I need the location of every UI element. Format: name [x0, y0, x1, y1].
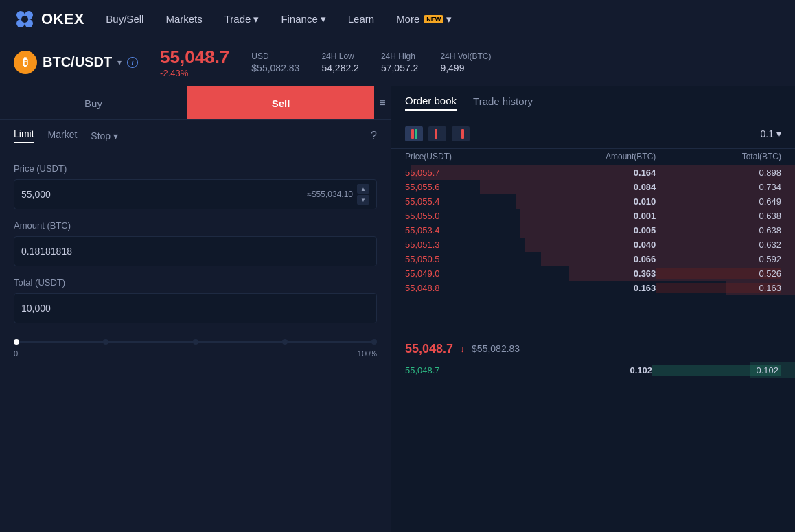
okex-logo-icon	[14, 8, 36, 30]
sell-row-8[interactable]: 55,048.8 0.163 0.163	[391, 281, 795, 295]
vol-value: 9,499	[440, 62, 491, 73]
price-increment-btn[interactable]: ▲	[357, 184, 369, 194]
slider-min-label: 0	[14, 349, 18, 358]
ticker-bar: ₿ BTC/USDT ▾ i 55,048.7 -2.43% USD $55,0…	[0, 38, 795, 86]
more-new-badge: NEW	[424, 15, 443, 23]
buy-amount-0: 0.102	[529, 365, 652, 375]
nav-buysell[interactable]: Buy/Sell	[106, 13, 143, 25]
low-label: 24H Low	[321, 51, 359, 61]
sell-price-4: 55,053.4	[405, 225, 531, 235]
sell-amount-5: 0.040	[531, 240, 656, 250]
ob-header-tabs: Order book Trade history	[391, 86, 795, 119]
sell-row-3[interactable]: 55,055.0 0.001 0.638	[391, 209, 795, 223]
slider-labels: 0 100%	[14, 349, 377, 358]
ticker-low: 24H Low 54,282.2	[321, 51, 359, 73]
col-amount-header: Amount(BTC)	[531, 152, 656, 161]
buy-sell-tabs: Buy Sell ≡	[0, 86, 391, 120]
order-type-stop[interactable]: Stop ▾	[91, 130, 118, 141]
sell-row-7[interactable]: 55,049.0 0.363 0.526	[391, 266, 795, 281]
order-form: Price (USDT) ≈$55,034.10 ▲ ▼ Amount (BTC…	[0, 152, 391, 369]
sell-row-1[interactable]: 55,055.6 0.084 0.734	[391, 180, 795, 194]
sell-price-2: 55,055.4	[405, 196, 531, 207]
sell-amount-0: 0.164	[531, 167, 656, 178]
nav-learn[interactable]: Learn	[348, 13, 374, 25]
mid-usd-value: $55,082.83	[472, 343, 520, 354]
sell-row-2[interactable]: 55,055.4 0.010 0.649	[391, 194, 795, 209]
usd-label: USD	[251, 51, 299, 61]
view-red-bar	[411, 129, 414, 139]
total-input-wrapper	[14, 293, 377, 323]
ob-precision[interactable]: 0.1 ▾	[761, 128, 781, 139]
price-group: Price (USDT) ≈$55,034.10 ▲ ▼	[14, 163, 377, 209]
view-buy-empty	[458, 129, 461, 139]
stop-chevron-icon: ▾	[113, 130, 118, 141]
view-both-btn[interactable]	[405, 126, 423, 141]
nav-trade[interactable]: Trade ▾	[224, 13, 260, 25]
buy-price-0: 55,048.7	[405, 365, 529, 375]
amount-input[interactable]	[21, 246, 369, 257]
slider-wrapper[interactable]	[14, 337, 377, 347]
logo[interactable]: OKEX	[14, 8, 84, 30]
sell-row-5[interactable]: 55,051.3 0.040 0.632	[391, 238, 795, 252]
info-icon[interactable]: i	[127, 57, 138, 68]
tab-options[interactable]: ≡	[374, 86, 391, 119]
total-input[interactable]	[21, 303, 369, 314]
slider-dots	[14, 339, 377, 345]
ticker-price: 55,048.7	[160, 47, 229, 68]
sell-price-6: 55,050.5	[405, 254, 531, 264]
view-sell-bar	[435, 129, 437, 139]
nav-markets[interactable]: Markets	[165, 13, 202, 25]
sell-row-6[interactable]: 55,050.5 0.066 0.592	[391, 252, 795, 266]
sell-total-2: 0.649	[656, 196, 781, 207]
ob-mid-price: 55,048.7 ↓ $55,082.83	[391, 336, 795, 362]
main-content: Buy Sell ≡ Limit Market Stop ▾ ? Price (…	[0, 86, 795, 532]
sell-row-0[interactable]: 55,055.7 0.164 0.898	[391, 165, 795, 180]
order-type-bar: Limit Market Stop ▾ ?	[0, 120, 391, 152]
vol-label: 24H Vol(BTC)	[440, 51, 491, 61]
sell-total-4: 0.638	[656, 225, 781, 235]
sell-amount-7: 0.363	[531, 268, 656, 279]
mid-price-value: 55,048.7	[405, 342, 453, 356]
order-type-limit[interactable]: Limit	[14, 128, 34, 143]
sell-price-7: 55,049.0	[405, 268, 531, 279]
sell-amount-3: 0.001	[531, 211, 656, 221]
help-icon[interactable]: ?	[371, 130, 377, 142]
sell-price-1: 55,055.6	[405, 182, 531, 192]
precision-chevron-icon: ▾	[776, 128, 781, 139]
navbar: OKEX Buy/Sell Markets Trade ▾ Finance ▾ …	[0, 0, 795, 38]
ticker-high: 24H High 57,057.2	[381, 51, 419, 73]
sell-tab[interactable]: Sell	[187, 86, 374, 119]
price-decrement-btn[interactable]: ▼	[357, 195, 369, 205]
ob-table-header: Price(USDT) Amount(BTC) Total(BTC)	[391, 149, 795, 164]
sell-price-8: 55,048.8	[405, 283, 531, 293]
nav-more[interactable]: More NEW ▾	[396, 13, 452, 25]
nav-finance[interactable]: Finance ▾	[281, 13, 325, 25]
slider-dot-25	[103, 339, 108, 345]
sell-amount-2: 0.010	[531, 196, 656, 207]
buy-row-0[interactable]: 55,048.7 0.102 0.102	[391, 362, 795, 378]
slider-thumb[interactable]	[14, 339, 19, 345]
ob-controls: 0.1 ▾	[391, 119, 795, 149]
order-type-market[interactable]: Market	[48, 129, 78, 143]
pair-chevron-icon: ▾	[117, 58, 122, 67]
tab-orderbook[interactable]: Order book	[405, 95, 457, 111]
col-total-header: Total(BTC)	[656, 152, 781, 161]
price-input[interactable]	[21, 189, 307, 200]
sell-total-5: 0.632	[656, 240, 781, 250]
view-buy-btn[interactable]	[452, 126, 470, 141]
order-panel: Buy Sell ≡ Limit Market Stop ▾ ? Price (…	[0, 86, 391, 532]
amount-group: Amount (BTC)	[14, 220, 377, 266]
view-sell-btn[interactable]	[428, 126, 446, 141]
high-label: 24H High	[381, 51, 419, 61]
view-buy-bar	[461, 129, 464, 139]
trade-chevron-icon: ▾	[253, 13, 259, 25]
sell-amount-6: 0.066	[531, 254, 656, 264]
sell-total-8: 0.163	[656, 283, 781, 293]
total-label: Total (USDT)	[14, 277, 377, 288]
sell-row-4[interactable]: 55,053.4 0.005 0.638	[391, 223, 795, 238]
buy-tab[interactable]: Buy	[0, 86, 187, 119]
sell-total-1: 0.734	[656, 182, 781, 192]
tab-tradehistory[interactable]: Trade history	[473, 95, 533, 110]
ticker-pair[interactable]: ₿ BTC/USDT ▾ i	[14, 51, 138, 74]
btc-icon: ₿	[14, 51, 37, 74]
